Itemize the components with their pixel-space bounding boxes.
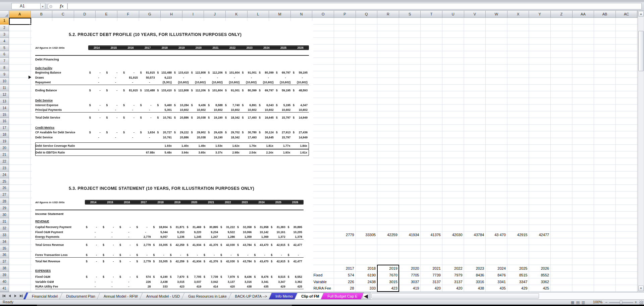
scroll-up-icon[interactable]: ▲ bbox=[638, 11, 644, 17]
column-header-AA[interactable]: AA bbox=[573, 11, 594, 18]
cell-Q38[interactable]: 2018 bbox=[356, 265, 377, 271]
sheet-tab-info-memo[interactable]: Info Memo bbox=[270, 293, 298, 300]
column-header-W[interactable]: W bbox=[486, 11, 507, 18]
row-header-5[interactable]: 5 bbox=[0, 45, 9, 51]
cell-S38[interactable]: 2020 bbox=[399, 265, 421, 271]
column-header-A[interactable]: A bbox=[9, 11, 31, 18]
cell-Y40[interactable]: 3362 bbox=[529, 278, 550, 285]
row-header-40[interactable]: 40 bbox=[0, 278, 9, 285]
tab-nav-first-icon[interactable] bbox=[1, 293, 7, 299]
sheet-tab-gas-resources-in-lake[interactable]: Gas Resources in Lake bbox=[183, 293, 232, 300]
scroll-down-icon[interactable]: ▼ bbox=[638, 286, 644, 291]
column-header-C[interactable]: C bbox=[52, 11, 74, 18]
row-header-23[interactable]: 23 bbox=[0, 165, 9, 172]
zoom-in-icon[interactable]: + bbox=[635, 300, 637, 305]
cell-V41[interactable]: 438 bbox=[464, 285, 486, 292]
column-header-P[interactable]: P bbox=[334, 11, 356, 18]
column-header-AC[interactable]: AC bbox=[616, 11, 638, 18]
cell-Q41[interactable]: 333 bbox=[356, 285, 377, 292]
row-header-35[interactable]: 35 bbox=[0, 245, 9, 252]
cell-V39[interactable]: 8436 bbox=[464, 272, 486, 278]
cell-U38[interactable]: 2022 bbox=[442, 265, 464, 271]
row-header-6[interactable]: 6 bbox=[0, 51, 9, 58]
row-header-36[interactable]: 36 bbox=[0, 252, 9, 259]
cell-T38[interactable]: 2021 bbox=[421, 265, 442, 271]
cell-Y38[interactable]: 2026 bbox=[529, 265, 550, 271]
cell-T40[interactable]: 3137 bbox=[421, 278, 442, 285]
row-header-18[interactable]: 18 bbox=[0, 131, 9, 138]
vertical-scrollbar[interactable]: ▲ ▼ bbox=[638, 11, 644, 292]
page-layout-view-icon[interactable]: ▤ bbox=[576, 300, 580, 304]
zoom-slider-thumb[interactable] bbox=[620, 301, 622, 304]
row-header-41[interactable]: 41 bbox=[0, 285, 9, 292]
cell-S39[interactable]: 7705 bbox=[399, 272, 421, 278]
cell-Y33[interactable]: 42477 bbox=[529, 232, 550, 238]
column-header-Q[interactable]: Q bbox=[356, 11, 378, 18]
cell-R39[interactable]: 7670 bbox=[377, 272, 399, 278]
column-header-F[interactable]: F bbox=[117, 11, 139, 18]
row-header-12[interactable]: 12 bbox=[0, 91, 9, 98]
column-header-B[interactable]: B bbox=[31, 11, 53, 18]
tab-nav-prev-icon[interactable] bbox=[7, 293, 12, 299]
row-header-16[interactable]: 16 bbox=[0, 118, 9, 125]
vertical-scroll-thumb[interactable] bbox=[638, 31, 644, 71]
column-header-O[interactable]: O bbox=[312, 11, 334, 18]
column-header-L[interactable]: L bbox=[248, 11, 269, 18]
column-header-Z[interactable]: Z bbox=[551, 11, 573, 18]
row-header-14[interactable]: 14 bbox=[0, 105, 9, 112]
name-box[interactable]: A1 bbox=[11, 3, 40, 9]
column-header-D[interactable]: D bbox=[74, 11, 96, 18]
sheet-tab-annual-model-usd[interactable]: Annual Model - USD bbox=[141, 293, 185, 300]
cell-U39[interactable]: 7979 bbox=[442, 272, 464, 278]
row-header-25[interactable]: 25 bbox=[0, 178, 9, 185]
row-header-26[interactable]: 26 bbox=[0, 185, 9, 192]
row-header-8[interactable]: 8 bbox=[0, 64, 9, 71]
row-header-13[interactable]: 13 bbox=[0, 98, 9, 105]
row-header-3[interactable]: 3 bbox=[0, 31, 9, 38]
cell-X33[interactable]: 42915 bbox=[507, 232, 529, 238]
page-break-view-icon[interactable]: ▥ bbox=[581, 300, 586, 304]
row-header-28[interactable]: 28 bbox=[0, 198, 9, 205]
selected-cell-border[interactable] bbox=[9, 18, 31, 25]
insert-function-icon[interactable]: fx bbox=[57, 3, 66, 9]
cell-R41[interactable]: 423 bbox=[377, 285, 399, 292]
cell-W41[interactable]: 435 bbox=[486, 285, 507, 292]
row-header-7[interactable]: 7 bbox=[0, 58, 9, 64]
row-header-10[interactable]: 10 bbox=[0, 78, 9, 85]
row-header-34[interactable]: 34 bbox=[0, 238, 9, 245]
embedded-scanned-picture[interactable]: 5.2. PROJECT DEBT PROFILE (10 YEARS, FOR… bbox=[32, 21, 313, 292]
cell-S41[interactable]: 419 bbox=[399, 285, 421, 292]
cell-P40[interactable]: 226 bbox=[334, 278, 356, 285]
row-header-32[interactable]: 32 bbox=[0, 225, 9, 232]
worksheet-grid[interactable]: 5.2. PROJECT DEBT PROFILE (10 YEARS, FOR… bbox=[9, 18, 638, 292]
fill-handle[interactable] bbox=[30, 24, 32, 25]
normal-view-icon[interactable]: ▦ bbox=[570, 300, 575, 304]
row-header-9[interactable]: 9 bbox=[0, 71, 9, 78]
row-header-17[interactable]: 17 bbox=[0, 125, 9, 131]
cell-X39[interactable]: 8515 bbox=[507, 272, 529, 278]
column-header-AB[interactable]: AB bbox=[594, 11, 616, 18]
name-box-dropdown-icon[interactable]: ▼ bbox=[40, 3, 45, 9]
row-header-29[interactable]: 29 bbox=[0, 205, 9, 212]
cell-W33[interactable]: 43 470 bbox=[486, 232, 507, 238]
cell-T33[interactable]: 41376 bbox=[421, 232, 442, 238]
horizontal-scroll-thumb[interactable] bbox=[371, 293, 539, 299]
cell-S40[interactable]: 3037 bbox=[399, 278, 421, 285]
cell-O39[interactable]: Fixed bbox=[312, 272, 334, 278]
column-header-J[interactable]: J bbox=[204, 11, 226, 18]
cell-X40[interactable]: 3347 bbox=[507, 278, 529, 285]
cell-O40[interactable]: Vairable bbox=[312, 278, 334, 285]
cell-O41[interactable]: RURA Fee bbox=[312, 285, 334, 292]
cell-Y41[interactable]: 425 bbox=[529, 285, 550, 292]
row-header-33[interactable]: 33 bbox=[0, 232, 9, 238]
cell-Q33[interactable]: 33305 bbox=[356, 232, 377, 238]
cell-W38[interactable]: 2024 bbox=[486, 265, 507, 271]
cell-V40[interactable]: 3316 bbox=[464, 278, 486, 285]
cell-P33[interactable]: 2779 bbox=[334, 232, 356, 238]
cell-U41[interactable]: 420 bbox=[442, 285, 464, 292]
cell-Q39[interactable]: 6190 bbox=[356, 272, 377, 278]
column-header-Y[interactable]: Y bbox=[529, 11, 551, 18]
hscroll-left-icon[interactable]: ◀ bbox=[363, 293, 369, 299]
row-header-20[interactable]: 20 bbox=[0, 145, 9, 151]
column-header-H[interactable]: H bbox=[161, 11, 182, 18]
